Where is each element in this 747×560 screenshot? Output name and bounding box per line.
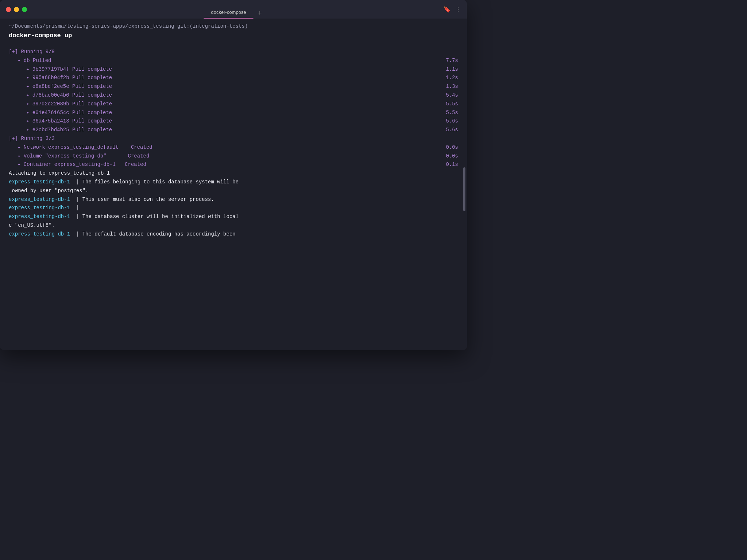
line-time: 5.5s [436, 100, 458, 109]
line-time: 1.2s [436, 74, 458, 82]
line-text: ✦ Container express_testing-db-1 Created [18, 160, 436, 169]
line-time [436, 230, 458, 239]
terminal-line: ✦ 397d2c22089b Pull complete 5.5s [9, 100, 458, 109]
line-time: 0.1s [436, 160, 458, 169]
line-text: owned by user "postgres". [9, 187, 436, 195]
line-text: ✦ Volume "express_testing_db" Created [18, 152, 436, 161]
terminal-line: ✦ 9b3977197b4f Pull complete 1.1s [9, 65, 458, 74]
terminal-line-db-2: owned by user "postgres". [9, 187, 458, 195]
terminal-line: [+] Running 3/3 [9, 135, 458, 143]
terminal-line: ✦ e01e4761654c Pull complete 5.5s [9, 109, 458, 117]
terminal-line-db-1: express_testing-db-1 | The files belongi… [9, 178, 458, 187]
menu-icon[interactable]: ⋮ [455, 6, 461, 13]
line-text: ✦ 397d2c22089b Pull complete [26, 100, 436, 109]
terminal-body: [+] Running 9/9 ✦ db Pulled 7.7s ✦ 9b397… [0, 45, 467, 350]
line-time [436, 221, 458, 230]
line-text: [+] Running 9/9 [9, 48, 436, 57]
line-text: ✦ db Pulled [18, 57, 436, 65]
line-time: 5.4s [436, 91, 458, 100]
line-time: 5.5s [436, 109, 458, 117]
line-text: ✦ d78bac00c4b0 Pull complete [26, 91, 436, 100]
terminal-line: ✦ e8a8bdf2ee5e Pull complete 1.3s [9, 82, 458, 91]
traffic-lights [6, 7, 27, 12]
terminal-line: ✦ 36a475ba2413 Pull complete 5.6s [9, 117, 458, 126]
line-time: 0.0s [436, 152, 458, 161]
line-text: Attaching to express_testing-db-1 [9, 169, 436, 178]
titlebar: docker-compose + 🔖 ⋮ [0, 0, 467, 19]
line-time [436, 178, 458, 187]
close-button[interactable] [6, 7, 11, 12]
bookmark-icon[interactable]: 🔖 [444, 6, 451, 13]
terminal-line-db-4: express_testing-db-1 | [9, 204, 458, 213]
maximize-button[interactable] [22, 7, 27, 12]
command-line: docker-compose up [0, 31, 467, 45]
terminal-line: [+] Running 9/9 [9, 48, 458, 57]
line-text: ✦ 995a68b04f2b Pull complete [26, 74, 436, 82]
line-text: ✦ e2cbd7bd4b25 Pull complete [26, 126, 436, 135]
line-text: express_testing-db-1 | [9, 204, 436, 213]
terminal-line-container: ✦ Container express_testing-db-1 Created… [9, 160, 458, 169]
terminal-line-attaching: Attaching to express_testing-db-1 [9, 169, 458, 178]
line-text: express_testing-db-1 | The files belongi… [9, 178, 436, 187]
terminal-line-db-3: express_testing-db-1 | This user must al… [9, 195, 458, 204]
terminal-line: ✦ d78bac00c4b0 Pull complete 5.4s [9, 91, 458, 100]
scrollbar[interactable] [463, 167, 465, 211]
line-time [436, 213, 458, 221]
line-text: ✦ Network express_testing_default Create… [18, 143, 436, 152]
line-time [436, 169, 458, 178]
line-text: [+] Running 3/3 [9, 135, 436, 143]
terminal-line: ✦ e2cbd7bd4b25 Pull complete 5.6s [9, 126, 458, 135]
line-text: ✦ 36a475ba2413 Pull complete [26, 117, 436, 126]
line-time: 0.0s [436, 143, 458, 152]
line-text: ✦ e8a8bdf2ee5e Pull complete [26, 82, 436, 91]
terminal-line-db-5: express_testing-db-1 | The database clus… [9, 213, 458, 221]
line-time [436, 135, 458, 143]
line-text: e "en_US.utf8". [9, 221, 436, 230]
tab-docker-compose[interactable]: docker-compose [204, 7, 253, 19]
line-text: express_testing-db-1 | The database clus… [9, 213, 436, 221]
line-time: 7.7s [436, 57, 458, 65]
tab-area: docker-compose + [204, 0, 263, 19]
terminal-line-db-7: express_testing-db-1 | The default datab… [9, 230, 458, 239]
minimize-button[interactable] [14, 7, 19, 12]
line-time [436, 48, 458, 57]
line-time: 5.6s [436, 126, 458, 135]
terminal-line-db-6: e "en_US.utf8". [9, 221, 458, 230]
line-time: 5.6s [436, 117, 458, 126]
line-time [436, 187, 458, 195]
line-text: express_testing-db-1 | This user must al… [9, 195, 436, 204]
terminal-line: ✦ db Pulled 7.7s [9, 57, 458, 65]
line-text: express_testing-db-1 | The default datab… [9, 230, 436, 239]
add-tab-button[interactable]: + [256, 8, 263, 19]
line-text: ✦ e01e4761654c Pull complete [26, 109, 436, 117]
line-time: 1.3s [436, 82, 458, 91]
terminal-line-volume: ✦ Volume "express_testing_db" Created 0.… [9, 152, 458, 161]
path-bar: ~/Documents/prisma/testing-series-apps/e… [0, 19, 467, 31]
line-time: 1.1s [436, 65, 458, 74]
terminal-line-network: ✦ Network express_testing_default Create… [9, 143, 458, 152]
terminal-line: ✦ 995a68b04f2b Pull complete 1.2s [9, 74, 458, 82]
titlebar-actions: 🔖 ⋮ [444, 6, 461, 13]
line-time [436, 195, 458, 204]
line-time [436, 204, 458, 213]
line-text: ✦ 9b3977197b4f Pull complete [26, 65, 436, 74]
